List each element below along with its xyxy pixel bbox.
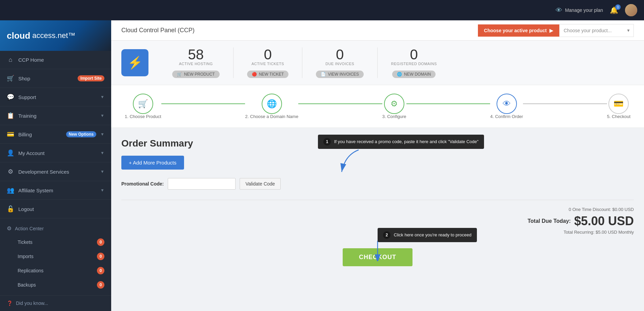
validate-code-button[interactable]: Validate Code: [240, 178, 281, 190]
action-item-backups[interactable]: Backups 0: [0, 278, 111, 292]
step-connector-1: [161, 103, 245, 104]
logo-cloud: cloud: [7, 31, 30, 41]
step-1-label: 1. Choose Product: [125, 114, 161, 119]
new-ticket-button[interactable]: 🔴 NEW TICKET: [247, 71, 289, 78]
action-center-title: ⚙ Action Center: [0, 222, 111, 235]
product-select[interactable]: Choose your product...: [559, 24, 634, 37]
action-item-imports[interactable]: Imports 0: [0, 249, 111, 264]
action-center: ⚙ Action Center Tickets 0 Imports 0 Repl…: [0, 218, 111, 295]
notifications-bell[interactable]: 🔔 0: [610, 6, 618, 14]
view-invoices-button[interactable]: 📄 VIEW INVOICES: [316, 71, 363, 78]
sidebar-item-label: Affiliate System: [18, 188, 96, 193]
sidebar-item-support[interactable]: 💬 Support ▼: [0, 88, 111, 106]
callout-1-number: 1: [323, 138, 331, 145]
replications-count: 0: [97, 267, 104, 274]
total-due-label: Total Due Today:: [527, 218, 570, 224]
domain-icon: 🌐: [397, 72, 402, 77]
action-item-replications[interactable]: Replications 0: [0, 264, 111, 278]
step-3-circle: ⚙: [384, 94, 404, 114]
callout-1-text: If you have received a promo code, paste…: [334, 139, 479, 144]
dev-services-icon: ⚙: [7, 168, 14, 175]
sidebar-item-label: Training: [18, 113, 96, 119]
stat-active-tickets: 0 ACTIVE TICKETS 🔴 NEW TICKET: [234, 47, 303, 78]
chevron-down-icon: ▼: [100, 188, 104, 193]
step-1-circle: 🛒: [133, 94, 153, 114]
sidebar-item-billing[interactable]: 💳 Billing New Options ▼: [0, 125, 111, 144]
new-ticket-label: NEW TICKET: [259, 72, 284, 77]
new-product-label: NEW PRODUCT: [184, 72, 215, 77]
action-center-icon: ⚙: [7, 225, 12, 232]
choose-active-product-button[interactable]: Choose your active product ▶: [478, 24, 559, 37]
content-area: Cloud Control Panel (CCP) Choose your ac…: [111, 20, 644, 311]
sidebar-item-label: Billing: [18, 132, 62, 137]
step-configure: ⚙ 3. Configure: [382, 94, 406, 119]
replications-label: Replications: [18, 268, 43, 273]
promo-code-section: Promotional Code: Validate Code: [121, 178, 634, 190]
new-domain-button[interactable]: 🌐 NEW DOMAIN: [392, 71, 436, 78]
active-hosting-count: 58: [188, 47, 204, 62]
new-product-button[interactable]: 🛒 NEW PRODUCT: [172, 71, 220, 78]
step-2-circle: 🌐: [262, 94, 282, 114]
my-account-icon: 👤: [7, 149, 14, 157]
billing-icon: 💳: [7, 131, 14, 138]
tickets-count: 0: [97, 238, 104, 246]
main-layout: cloud access.net™ ⌂ CCP Home 🛒 Shop Impo…: [0, 20, 644, 311]
sidebar-item-dev-services[interactable]: ⚙ Development Services ▼: [0, 162, 111, 181]
topbar: 👁 Manage your plan 🔔 0: [0, 0, 644, 20]
total-due-row: Total Due Today: $5.00 USD: [121, 214, 634, 228]
backups-label: Backups: [18, 282, 36, 288]
callout-2-number: 2: [383, 231, 390, 239]
step-connector-2: [298, 103, 382, 104]
bell-badge: 0: [615, 4, 621, 10]
action-item-tickets[interactable]: Tickets 0: [0, 235, 111, 249]
divider: [121, 200, 634, 200]
registered-domains-count: 0: [410, 47, 418, 62]
step-4-label: 4. Confirm Order: [490, 114, 523, 119]
shop-icon: 🛒: [7, 75, 14, 82]
sidebar-item-label: Logout: [18, 206, 104, 212]
sidebar-item-label: My Account: [18, 150, 96, 156]
imports-count: 0: [97, 253, 104, 260]
sidebar-item-ccp-home[interactable]: ⌂ CCP Home: [0, 51, 111, 69]
callout-1: 1 If you have received a promo code, pas…: [318, 135, 484, 149]
training-icon: 📋: [7, 112, 14, 119]
active-tickets-label: ACTIVE TICKETS: [251, 62, 284, 66]
promo-code-label: Promotional Code:: [121, 181, 164, 187]
chevron-down-icon: ▼: [100, 132, 104, 137]
sidebar-item-training[interactable]: 📋 Training ▼: [0, 106, 111, 125]
active-tickets-count: 0: [264, 47, 271, 62]
cart-icon: 🛒: [177, 72, 182, 77]
sidebar-item-label: Development Services: [18, 169, 96, 175]
step-connector-4: [523, 103, 607, 104]
did-you-know[interactable]: ❓ Did you know...: [0, 295, 111, 311]
steps-bar: 🛒 1. Choose Product 🌐 2. Choose a Domain…: [111, 85, 644, 128]
logo-area: cloud access.net™: [0, 20, 111, 51]
manage-icon: 👁: [556, 6, 562, 14]
discount-line: 0 One Time Discount: $0.00 USD: [121, 207, 634, 212]
sidebar-item-my-account[interactable]: 👤 My Account ▼: [0, 144, 111, 162]
logo-access: access.net™: [32, 31, 75, 40]
step-choose-domain: 🌐 2. Choose a Domain Name: [245, 94, 298, 119]
did-you-know-label: Did you know...: [16, 300, 48, 306]
product-select-wrapper: Choose your product... ▼: [559, 24, 634, 37]
add-more-products-button[interactable]: + Add More Products: [121, 156, 184, 170]
checkout-section: 2 Click here once you're ready to procee…: [121, 248, 634, 266]
sidebar-item-shop[interactable]: 🛒 Shop Import Site: [0, 69, 111, 88]
user-avatar[interactable]: [625, 4, 637, 16]
import-site-badge: Import Site: [78, 75, 104, 81]
ticket-icon: 🔴: [252, 72, 257, 77]
sidebar-item-logout[interactable]: 🔓 Logout: [0, 200, 111, 218]
page-title: Cloud Control Panel (CCP): [121, 27, 195, 34]
promo-code-input[interactable]: [168, 178, 236, 190]
chevron-right-icon: ▶: [549, 28, 553, 33]
step-5-label: 5. Checkout: [607, 114, 630, 119]
stats-logo: ⚡: [121, 49, 148, 76]
manage-plan[interactable]: 👁 Manage your plan: [556, 6, 603, 14]
action-center-label: Action Center: [15, 226, 44, 231]
manage-label: Manage your plan: [565, 7, 603, 13]
callout-2: 2 Click here once you're ready to procee…: [378, 228, 477, 242]
sidebar-item-affiliate[interactable]: 👥 Affiliate System ▼: [0, 181, 111, 200]
callout-2-arrow: [367, 241, 388, 261]
stat-registered-domains: 0 REGISTERED DOMAINS 🌐 NEW DOMAIN: [378, 47, 450, 78]
step-5-circle: 💳: [608, 94, 629, 114]
